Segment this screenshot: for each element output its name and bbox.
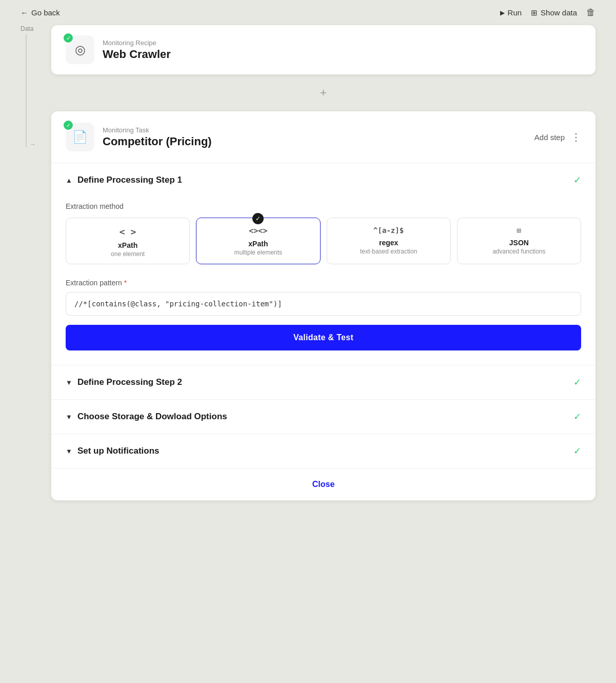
top-bar: ← Go back ▶ Run ⊞ Show data 🗑 — [0, 0, 616, 25]
xpath-multi-desc: multiple elements — [202, 249, 314, 256]
ellipsis-icon: ⋮ — [571, 131, 581, 143]
regex-icon: ^[a-z]$ — [332, 226, 445, 235]
trash-icon: 🗑 — [586, 7, 595, 17]
recipe-title: Web Crawler — [103, 48, 171, 61]
method-option-regex[interactable]: ^[a-z]$ regex text-based extraction — [327, 218, 451, 264]
doc-icon: 📄 — [72, 130, 88, 144]
section-step2-title: Define Processing Step 2 — [77, 377, 573, 387]
recipe-subtitle: Monitoring Recipe — [103, 39, 171, 47]
chevron-down-icon-3: ▼ — [66, 413, 72, 421]
recipe-card: ✓ ◎ Monitoring Recipe Web Crawler — [51, 25, 595, 74]
top-bar-actions: ▶ Run ⊞ Show data 🗑 — [500, 7, 595, 18]
recipe-check-badge: ✓ — [63, 32, 74, 44]
add-step-label: Add step — [534, 133, 565, 142]
task-check-badge: ✓ — [63, 120, 74, 131]
validate-test-button[interactable]: Validate & Test — [66, 325, 581, 350]
xpath-multi-name: xPath — [202, 240, 314, 248]
section-step2-header[interactable]: ▼ Define Processing Step 2 ✓ — [51, 365, 595, 399]
extraction-pattern-label-row: Extraction pattern * — [66, 279, 581, 287]
section-step2: ▼ Define Processing Step 2 ✓ — [51, 365, 595, 400]
target-icon: ◎ — [75, 43, 86, 57]
section-notifications: ▼ Set up Notifications ✓ — [51, 434, 595, 469]
section-notifications-title: Set up Notifications — [77, 446, 573, 456]
json-desc: advanced functions — [463, 248, 575, 255]
close-button[interactable]: Close — [312, 480, 335, 489]
section-storage-header[interactable]: ▼ Choose Storage & Dowload Options ✓ — [51, 400, 595, 434]
section-step1-header[interactable]: ▲ Define Processing Step 1 ✓ — [51, 163, 595, 197]
extraction-pattern-label: Extraction pattern — [66, 279, 122, 287]
xpath-multi-icon: <><> — [202, 226, 314, 236]
regex-desc: text-based extraction — [332, 248, 445, 255]
task-card: ✓ 📄 Monitoring Task Competitor (Pricing)… — [51, 111, 595, 500]
xpath-single-name: xPath — [71, 241, 184, 249]
task-subtitle: Monitoring Task — [103, 126, 526, 134]
method-option-xpath-single[interactable]: < > xPath one element — [66, 218, 190, 264]
selected-check-badge: ✓ — [252, 213, 264, 224]
section-storage: ▼ Choose Storage & Dowload Options ✓ — [51, 400, 595, 434]
regex-name: regex — [332, 239, 445, 247]
connector-line: → — [26, 34, 27, 147]
arrow-right-icon: → — [29, 140, 36, 148]
task-info: Monitoring Task Competitor (Pricing) — [103, 126, 526, 148]
close-label: Close — [312, 480, 335, 489]
xpath-single-icon: < > — [71, 226, 184, 237]
extraction-pattern-input[interactable] — [66, 292, 581, 316]
table-icon: ⊞ — [531, 8, 538, 17]
main-content: Data → ✓ ◎ Monitoring Recipe Web Crawler… — [0, 25, 616, 521]
section-notifications-check: ✓ — [573, 445, 581, 457]
show-data-button[interactable]: ⊞ Show data — [531, 8, 577, 17]
task-icon-wrap: ✓ 📄 — [66, 123, 94, 151]
extraction-method-label: Extraction method — [66, 202, 581, 210]
method-options: < > xPath one element ✓ <><> xPath multi… — [66, 218, 581, 264]
required-star: * — [124, 279, 127, 287]
plus-icon: + — [320, 86, 327, 100]
validate-test-label: Validate & Test — [293, 333, 353, 342]
section-step1-content: Extraction method < > xPath one element … — [51, 197, 595, 365]
section-step1-check: ✓ — [573, 174, 581, 186]
section-step1-title: Define Processing Step 1 — [77, 175, 573, 185]
task-title: Competitor (Pricing) — [103, 135, 526, 148]
run-label: Run — [508, 8, 522, 17]
chevron-up-icon: ▲ — [66, 177, 72, 184]
play-icon: ▶ — [500, 9, 505, 16]
recipe-info: Monitoring Recipe Web Crawler — [103, 39, 171, 61]
section-storage-title: Choose Storage & Dowload Options — [77, 412, 573, 422]
go-back-button[interactable]: ← Go back — [21, 8, 60, 17]
json-name: JSON — [463, 239, 575, 247]
data-sidebar: Data → — [21, 25, 33, 147]
task-actions: Add step ⋮ — [534, 131, 581, 143]
xpath-single-desc: one element — [71, 250, 184, 258]
section-step2-check: ✓ — [573, 377, 581, 388]
method-option-xpath-multi[interactable]: ✓ <><> xPath multiple elements — [196, 218, 320, 264]
data-label: Data — [21, 25, 33, 32]
json-icon: ⊞ — [463, 226, 575, 235]
chevron-down-icon-2: ▼ — [66, 379, 72, 386]
section-step1: ▲ Define Processing Step 1 ✓ Extraction … — [51, 163, 595, 365]
add-step-button[interactable]: Add step — [534, 133, 565, 142]
task-card-header: ✓ 📄 Monitoring Task Competitor (Pricing)… — [51, 111, 595, 163]
run-button[interactable]: ▶ Run — [500, 8, 522, 17]
back-arrow-icon: ← — [21, 8, 28, 17]
recipe-icon-wrap: ✓ ◎ — [66, 35, 94, 64]
go-back-label: Go back — [31, 8, 60, 17]
delete-button[interactable]: 🗑 — [586, 7, 595, 18]
add-step-row: + — [51, 74, 595, 111]
method-option-json[interactable]: ⊞ JSON advanced functions — [457, 218, 581, 264]
section-storage-check: ✓ — [573, 411, 581, 422]
section-notifications-header[interactable]: ▼ Set up Notifications ✓ — [51, 434, 595, 468]
add-between-button[interactable]: + — [315, 85, 332, 101]
more-options-button[interactable]: ⋮ — [571, 131, 581, 143]
show-data-label: Show data — [541, 8, 577, 17]
close-row: Close — [51, 469, 595, 500]
chevron-down-icon-4: ▼ — [66, 447, 72, 455]
